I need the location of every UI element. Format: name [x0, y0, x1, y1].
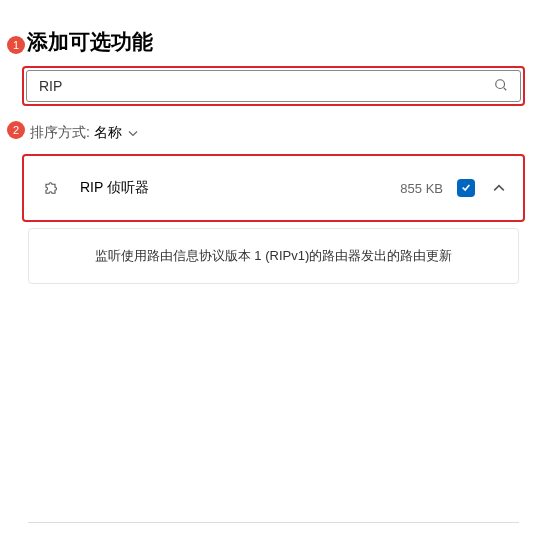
feature-checkbox[interactable]	[457, 179, 475, 197]
feature-size: 855 KB	[400, 181, 443, 196]
sort-label: 排序方式:	[30, 124, 90, 142]
sort-value-dropdown[interactable]: 名称	[94, 124, 138, 142]
divider	[28, 522, 519, 523]
feature-name: RIP 侦听器	[80, 179, 400, 197]
chevron-down-icon	[128, 128, 138, 139]
search-box[interactable]	[26, 70, 521, 102]
checkmark-icon	[461, 182, 471, 194]
annotation-badge-1: 1	[7, 36, 25, 54]
sort-row: 排序方式: 名称	[0, 120, 547, 154]
svg-point-0	[496, 79, 505, 88]
feature-row[interactable]: RIP 侦听器 855 KB	[24, 156, 523, 220]
search-input[interactable]	[39, 78, 494, 94]
svg-line-1	[504, 87, 507, 90]
search-highlight-box	[22, 66, 525, 106]
page-title: 添加可选功能	[0, 0, 547, 66]
feature-highlight-box: RIP 侦听器 855 KB	[22, 154, 525, 222]
annotation-badge-2: 2	[7, 121, 25, 139]
puzzle-icon	[42, 178, 62, 198]
chevron-up-icon[interactable]	[493, 181, 505, 195]
sort-value-text: 名称	[94, 124, 122, 142]
search-icon[interactable]	[494, 78, 508, 95]
feature-description: 监听使用路由信息协议版本 1 (RIPv1)的路由器发出的路由更新	[28, 228, 519, 284]
feature-card: RIP 侦听器 855 KB	[24, 156, 523, 220]
